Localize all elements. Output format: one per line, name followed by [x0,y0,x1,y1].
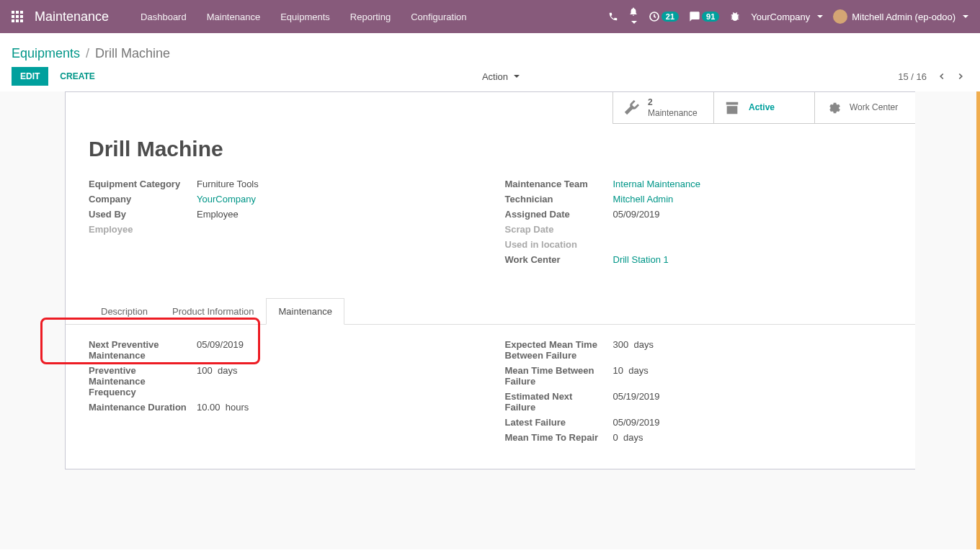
mttr-unit: days [623,432,643,443]
caret-down-icon [631,21,637,24]
freq-num: 100 [197,365,213,376]
tab-content: Next Preventive Maintenance 05/09/2019 P… [66,325,915,469]
page-title: Drill Machine [66,124,915,179]
label-category: Equipment Category [89,179,197,189]
tab-product-information[interactable]: Product Information [160,298,266,325]
menu-dashboard[interactable]: Dashboard [130,12,197,22]
dur-num: 10.00 [197,402,220,413]
menu-configuration[interactable]: Configuration [401,12,476,22]
messaging-icon[interactable]: 91 [689,11,719,22]
svg-rect-1 [16,11,19,14]
form-sheet: 2 Maintenance Active [65,91,915,469]
value-workcenter[interactable]: Drill Station 1 [613,254,893,265]
cp-left: EDIT CREATE [12,67,104,86]
stat-buttons: 2 Maintenance Active [66,92,915,124]
label-assigned: Assigned Date [505,209,613,220]
label-tech: Technician [505,194,613,204]
label-employee: Employee [89,224,197,235]
top-fields: Equipment Category Furniture Tools Compa… [66,179,915,284]
company-selector[interactable]: YourCompany [751,12,823,22]
left-column: Equipment Category Furniture Tools Compa… [89,179,476,269]
menu-reporting[interactable]: Reporting [340,12,401,22]
app-brand[interactable]: Maintenance [35,9,109,24]
label-scrap: Scrap Date [505,224,613,235]
label-emtbf: Expected Mean Time Between Failure [505,339,613,361]
activity-badge: 21 [662,12,679,22]
breadcrumb-current: Drill Machine [95,46,170,61]
svg-rect-2 [20,11,23,14]
value-category: Furniture Tools [197,179,476,189]
top-navbar: Maintenance Dashboard Maintenance Equipm… [0,0,980,33]
value-assigned: 05/09/2019 [613,209,893,220]
svg-rect-6 [12,19,14,22]
mtbf-unit: days [628,365,648,376]
value-company[interactable]: YourCompany [197,194,476,204]
user-name: Mitchell Admin (ep-odoo) [852,12,956,22]
bell-icon[interactable] [628,6,638,27]
menu-maintenance[interactable]: Maintenance [197,12,270,22]
pager-count[interactable]: 15 / 16 [898,71,927,82]
maintenance-fields: Next Preventive Maintenance 05/09/2019 P… [89,339,892,447]
caret-down-icon [817,15,823,18]
emtbf-num: 300 [613,339,629,350]
pager-next[interactable] [953,68,968,84]
value-emtbf: 300 days [613,339,893,350]
svg-rect-7 [16,19,19,22]
activity-icon[interactable]: 21 [649,11,679,22]
edit-button[interactable]: EDIT [12,67,48,86]
label-workcenter: Work Center [505,254,613,265]
value-mttr: 0 days [613,432,893,443]
control-panel-row: EDIT CREATE Action 15 / 16 [12,67,968,86]
freq-unit: days [218,365,237,376]
pager-prev[interactable] [934,68,950,84]
value-mtbf: 10 days [613,365,893,376]
value-tech[interactable]: Mitchell Admin [613,194,893,204]
company-name: YourCompany [751,12,810,22]
bug-icon[interactable] [729,11,741,22]
tab-maintenance[interactable]: Maintenance [266,298,344,325]
scroll-indicator [976,91,980,549]
label-location: Used in location [505,239,613,250]
label-mtbf: Mean Time Between Failure [505,365,613,387]
breadcrumb-equipments[interactable]: Equipments [12,46,80,61]
main-view: 2 Maintenance Active [0,91,980,549]
svg-rect-8 [20,19,23,22]
stat-active-label: Active [749,102,775,112]
stat-maintenance[interactable]: 2 Maintenance [612,92,713,124]
value-team[interactable]: Internal Maintenance [613,179,893,189]
mttr-num: 0 [613,432,618,443]
stat-workcenter[interactable]: Work Center [814,92,915,124]
value-next-preventive: 05/09/2019 [197,339,476,350]
label-frequency: Preventive Maintenance Frequency [89,365,197,397]
label-latest: Latest Failure [505,417,613,428]
avatar [833,9,847,24]
svg-rect-3 [12,15,14,18]
archive-icon [724,100,740,116]
right-column: Maintenance Team Internal Maintenance Te… [505,179,893,269]
label-enf: Estimated Next Failure [505,391,613,413]
tabs: Description Product Information Maintena… [66,298,915,325]
apps-menu-icon[interactable] [12,11,23,22]
user-menu[interactable]: Mitchell Admin (ep-odoo) [833,9,968,24]
caret-down-icon [963,15,968,18]
stat-workcenter-label: Work Center [850,102,898,112]
menu-equipments[interactable]: Equipments [270,12,340,22]
action-dropdown[interactable]: Action [482,71,520,82]
emtbf-unit: days [633,339,653,350]
stat-maint-label: Maintenance [648,108,698,118]
label-mttr: Mean Time To Repair [505,432,613,443]
value-frequency: 100 days [197,365,476,376]
tab-description[interactable]: Description [89,298,160,325]
create-button[interactable]: CREATE [51,67,103,86]
wrench-icon [623,100,639,116]
maint-left: Next Preventive Maintenance 05/09/2019 P… [89,339,476,447]
navbar-menu: Dashboard Maintenance Equipments Reporti… [130,12,476,22]
value-latest: 05/09/2019 [613,417,893,428]
navbar-right: 21 91 YourCompany Mitchell Admin (ep-odo… [608,6,968,27]
pager: 15 / 16 [898,68,968,84]
cp-right: 15 / 16 [898,68,968,84]
breadcrumb-separator: / [86,46,89,61]
svg-rect-5 [20,15,23,18]
phone-icon[interactable] [608,12,618,22]
stat-active[interactable]: Active [713,92,814,124]
